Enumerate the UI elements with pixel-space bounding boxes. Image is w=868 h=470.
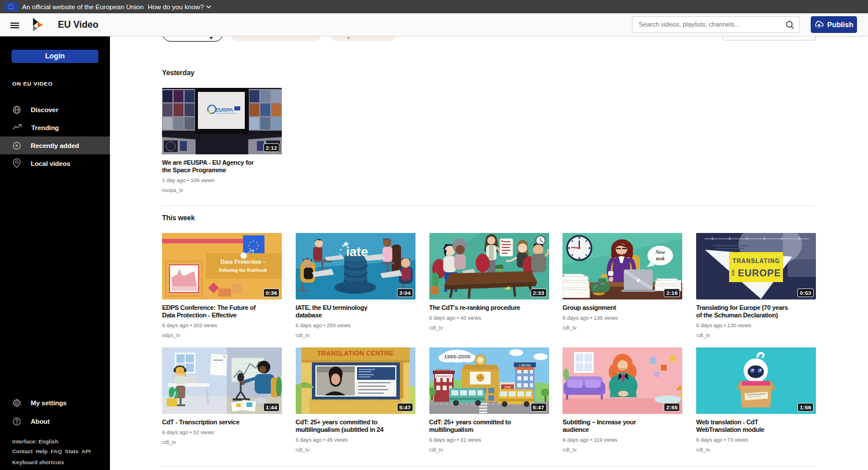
svg-text:task: task	[656, 256, 665, 261]
svg-text:1 000 000: 1 000 000	[518, 364, 531, 367]
svg-text:Data Protection –: Data Protection –	[220, 258, 266, 265]
svg-text:TRANSLATION CENTRE: TRANSLATION CENTRE	[317, 350, 393, 357]
svg-text:FOR: FOR	[731, 269, 735, 276]
svg-text:CAFE: CAFE	[503, 386, 510, 389]
svg-text:EUROPE: EUROPE	[738, 268, 781, 278]
svg-text:Debating the Rulebook: Debating the Rulebook	[219, 267, 267, 273]
svg-text:1995-2005: 1995-2005	[444, 353, 470, 360]
svg-text:PHARMACIE: PHARMACIE	[436, 375, 451, 378]
svg-text:SERVICES: SERVICES	[436, 369, 451, 372]
svg-text:New: New	[655, 249, 665, 255]
svg-text:EUSPA: EUSPA	[215, 106, 233, 113]
svg-text:TRANSLATING: TRANSLATING	[733, 258, 780, 264]
